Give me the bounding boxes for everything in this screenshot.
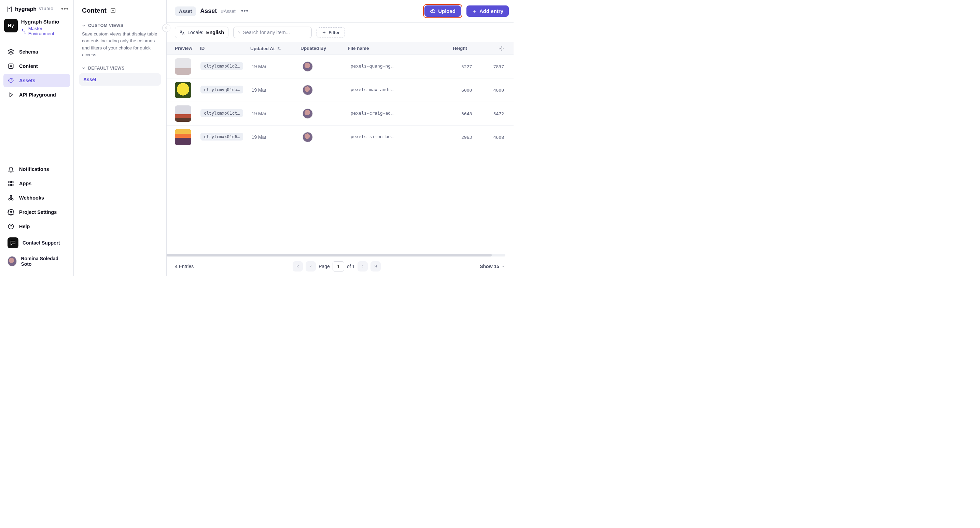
asset-thumbnail[interactable] [175, 58, 191, 75]
col-height[interactable]: Height [426, 46, 467, 51]
locale-selector[interactable]: Locale: English [175, 27, 228, 38]
collapse-panel-icon[interactable] [162, 24, 170, 32]
cell-updated-at: 19 Mar [252, 64, 303, 69]
page-label: Page [318, 264, 330, 269]
asset-title: Asset [200, 8, 217, 15]
nav-help[interactable]: Help [3, 220, 70, 233]
id-chip[interactable]: cltylcmxb01d2… [200, 62, 243, 70]
updated-by-avatar[interactable] [302, 85, 313, 95]
cell-updated-at: 19 Mar [252, 87, 303, 93]
chevron-down-icon [501, 264, 505, 268]
nav-project-settings[interactable]: Project Settings [3, 205, 70, 219]
svg-rect-3 [8, 181, 10, 183]
cell-filename: pexels-max-andr… [351, 87, 393, 92]
cell-height: 3648 [461, 111, 472, 116]
svg-point-13 [238, 32, 239, 33]
user-name: Romina Soledad Soto [21, 256, 66, 267]
asset-thumbnail[interactable] [175, 82, 191, 98]
project-name: Hygraph Studio [21, 19, 69, 25]
svg-rect-6 [12, 184, 13, 186]
table-row[interactable]: cltylcmxo01ct… 19 Mar pexels-craig-ad… 3… [167, 102, 514, 125]
cell-updated-at: 19 Mar [252, 111, 303, 116]
col-width[interactable] [467, 46, 498, 51]
add-entry-button[interactable]: Add entry [466, 5, 509, 17]
id-chip[interactable]: cltylcmxo01ct… [200, 109, 243, 117]
asset-thumbnail[interactable] [175, 129, 191, 145]
project-avatar: Hy [4, 19, 18, 32]
hygraph-logo: hygraph STUDIO [6, 6, 54, 13]
table-footer: 4 Entries Page of 1 Show 15 [167, 257, 514, 276]
svg-point-10 [10, 211, 12, 213]
page-first-button[interactable] [293, 261, 303, 271]
nav-contact-support[interactable]: Contact Support [3, 234, 70, 252]
cell-width: 7837 [493, 64, 504, 69]
col-filename[interactable]: File name [348, 46, 426, 51]
nav-notifications[interactable]: Notifications [3, 162, 70, 176]
panel-title: Content [82, 7, 107, 14]
search-input[interactable] [243, 30, 307, 35]
default-view-asset[interactable]: Asset [79, 73, 161, 86]
cell-width: 4000 [493, 88, 504, 93]
current-user[interactable]: Romina Soledad Soto [3, 252, 70, 270]
col-id[interactable]: ID [200, 46, 250, 51]
upload-button[interactable]: Upload [425, 5, 461, 17]
filter-button[interactable]: Filter [317, 27, 345, 38]
id-chip[interactable]: cltylcmxx01d6… [200, 133, 243, 141]
default-views-header[interactable]: DEFAULT VIEWS [82, 66, 161, 71]
nav-assets[interactable]: Assets [3, 74, 70, 87]
svg-rect-5 [8, 184, 10, 186]
id-chip[interactable]: cltylcmyq01da… [200, 86, 243, 94]
table-row[interactable]: cltylcmxb01d2… 19 Mar pexels-quang-ng… 5… [167, 55, 514, 78]
updated-by-avatar[interactable] [302, 62, 313, 71]
table-header: Preview ID Updated At Updated By File na… [167, 42, 514, 55]
asset-thumbnail[interactable] [175, 105, 191, 122]
logo-more-icon[interactable]: ••• [61, 5, 68, 13]
page-input[interactable] [332, 261, 344, 271]
table-row[interactable]: cltylcmyq01da… 19 Mar pexels-max-andr… 6… [167, 78, 514, 102]
col-updated-by[interactable]: Updated By [301, 46, 348, 51]
page-last-button[interactable] [371, 261, 381, 271]
custom-views-header[interactable]: CUSTOM VIEWS [82, 23, 161, 28]
environment-label[interactable]: Master Environment [21, 26, 69, 36]
cell-height: 6000 [461, 88, 472, 93]
svg-rect-4 [12, 181, 13, 183]
cell-height: 2963 [461, 135, 472, 140]
logo-text: hygraph [15, 6, 37, 12]
nav-content[interactable]: Content [3, 59, 70, 73]
logo-studio: STUDIO [38, 7, 54, 11]
nav-api-playground[interactable]: API Playground [3, 88, 70, 101]
cell-width: 4608 [493, 135, 504, 140]
locale-label: Locale: [188, 30, 204, 35]
chat-icon [8, 238, 18, 248]
updated-by-avatar[interactable] [302, 108, 313, 119]
project-selector[interactable]: Hy Hygraph Studio Master Environment [0, 17, 73, 42]
cell-updated-at: 19 Mar [252, 135, 303, 140]
sort-icon [277, 46, 282, 51]
page-of: of 1 [347, 264, 355, 269]
page-size-selector[interactable]: Show 15 [480, 264, 505, 269]
custom-views-desc: Save custom views that display table con… [82, 31, 161, 58]
primary-sidebar: hygraph STUDIO ••• Hy Hygraph Studio Mas… [0, 0, 74, 276]
horizontal-scrollbar[interactable] [167, 254, 505, 257]
svg-point-9 [10, 195, 12, 197]
page-next-button[interactable] [358, 261, 368, 271]
nav-webhooks[interactable]: Webhooks [3, 191, 70, 205]
columns-settings-icon[interactable] [498, 46, 504, 51]
col-preview[interactable]: Preview [175, 46, 200, 51]
search-input-wrapper[interactable] [233, 27, 312, 38]
updated-by-avatar[interactable] [302, 132, 313, 142]
asset-slug: #Asset [221, 8, 235, 14]
nav-apps[interactable]: Apps [3, 177, 70, 190]
upload-label: Upload [438, 8, 455, 14]
page-prev-button[interactable] [305, 261, 316, 271]
more-options-icon[interactable]: ••• [241, 8, 248, 15]
svg-point-14 [501, 48, 502, 49]
table-row[interactable]: cltylcmxx01d6… 19 Mar pexels-simon-be… 2… [167, 125, 514, 149]
upload-highlight: Upload [423, 4, 462, 18]
cell-height: 5227 [461, 64, 472, 69]
cell-width: 5472 [493, 111, 504, 116]
model-pill[interactable]: Asset [175, 6, 196, 16]
add-view-icon[interactable] [110, 8, 116, 14]
col-updated-at[interactable]: Updated At [250, 46, 301, 51]
nav-schema[interactable]: Schema [3, 45, 70, 59]
